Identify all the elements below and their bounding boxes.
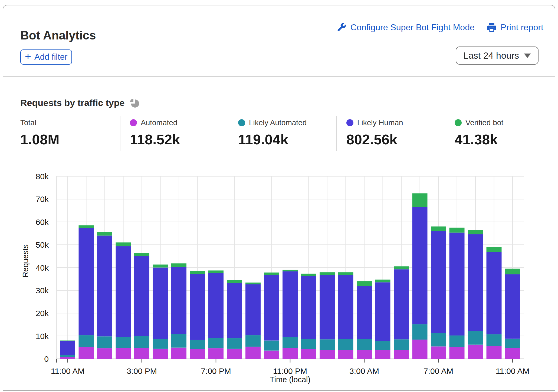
verified-bot-legend-dot: [455, 119, 462, 126]
printer-icon: [487, 22, 497, 32]
stat-likely-human-value: 802.56k: [346, 131, 403, 148]
bot-analytics-card: Bot Analytics Configure Super Bot Fight …: [3, 5, 555, 392]
svg-text:Time (local): Time (local): [270, 375, 310, 384]
time-range-value: Last 24 hours: [463, 50, 519, 61]
svg-text:7:00 PM: 7:00 PM: [201, 367, 231, 376]
pie-chart-icon: [129, 97, 140, 108]
section-heading: Requests by traffic type: [20, 97, 140, 108]
svg-text:20k: 20k: [36, 309, 49, 318]
stat-total-value: 1.08M: [20, 131, 60, 148]
stat-divider: [120, 116, 120, 151]
configure-link-label: Configure Super Bot Fight Mode: [350, 22, 475, 32]
stat-divider: [229, 116, 229, 151]
stat-likely-human: Likely Human 802.56k: [346, 118, 403, 148]
svg-text:40k: 40k: [36, 263, 49, 272]
likely-human-legend-dot: [346, 119, 353, 126]
stat-likely-human-label: Likely Human: [357, 118, 403, 127]
likely-automated-legend-dot: [238, 119, 245, 126]
time-range-select[interactable]: Last 24 hours: [456, 46, 539, 65]
stat-total-label: Total: [20, 118, 36, 127]
stat-divider: [336, 116, 337, 151]
header-divider: [3, 76, 555, 77]
header-links: Configure Super Bot Fight Mode Print rep…: [336, 22, 543, 32]
add-filter-label: Add filter: [34, 52, 67, 62]
svg-text:3:00 PM: 3:00 PM: [127, 367, 157, 376]
svg-text:7:00 AM: 7:00 AM: [424, 367, 453, 376]
stat-automated-value: 118.52k: [130, 131, 180, 148]
stat-likely-automated: Likely Automated 119.04k: [238, 118, 307, 148]
stat-verified-bot-value: 41.38k: [455, 131, 503, 148]
svg-text:3:00 AM: 3:00 AM: [349, 367, 379, 376]
svg-text:0: 0: [44, 354, 49, 363]
add-filter-button[interactable]: + Add filter: [20, 49, 72, 65]
section-title: Requests by traffic type: [20, 98, 124, 108]
chevron-down-icon: [524, 54, 531, 58]
stat-automated: Automated 118.52k: [130, 118, 180, 148]
stat-total: Total 1.08M: [20, 118, 60, 148]
svg-text:11:00 PM: 11:00 PM: [273, 367, 307, 376]
stat-verified-bot: Verified bot 41.38k: [455, 118, 503, 148]
stat-likely-automated-value: 119.04k: [238, 131, 307, 148]
automated-legend-dot: [130, 119, 137, 126]
print-link-label: Print report: [501, 22, 543, 32]
stat-automated-label: Automated: [141, 118, 177, 127]
stat-verified-bot-label: Verified bot: [465, 118, 503, 127]
print-report-link[interactable]: Print report: [487, 22, 543, 32]
svg-text:70k: 70k: [36, 195, 49, 204]
stat-likely-automated-label: Likely Automated: [249, 118, 307, 127]
svg-text:10k: 10k: [36, 332, 49, 341]
svg-text:80k: 80k: [36, 172, 49, 181]
wrench-icon: [336, 22, 347, 32]
svg-text:30k: 30k: [36, 286, 49, 295]
stat-divider: [444, 116, 444, 151]
svg-text:11:00 AM: 11:00 AM: [51, 367, 85, 376]
svg-text:50k: 50k: [36, 240, 49, 249]
section-bottom-divider: [3, 390, 555, 391]
requests-by-traffic-type-chart[interactable]: 010k20k30k40k50k60k70k80k11:00 AM3:00 PM…: [3, 151, 555, 392]
page-title: Bot Analytics: [20, 28, 96, 42]
plus-icon: +: [25, 52, 31, 61]
svg-text:Requests: Requests: [21, 244, 30, 278]
configure-super-bot-fight-mode-link[interactable]: Configure Super Bot Fight Mode: [336, 22, 475, 32]
svg-text:11:00 AM: 11:00 AM: [496, 367, 530, 376]
svg-text:60k: 60k: [36, 218, 49, 227]
